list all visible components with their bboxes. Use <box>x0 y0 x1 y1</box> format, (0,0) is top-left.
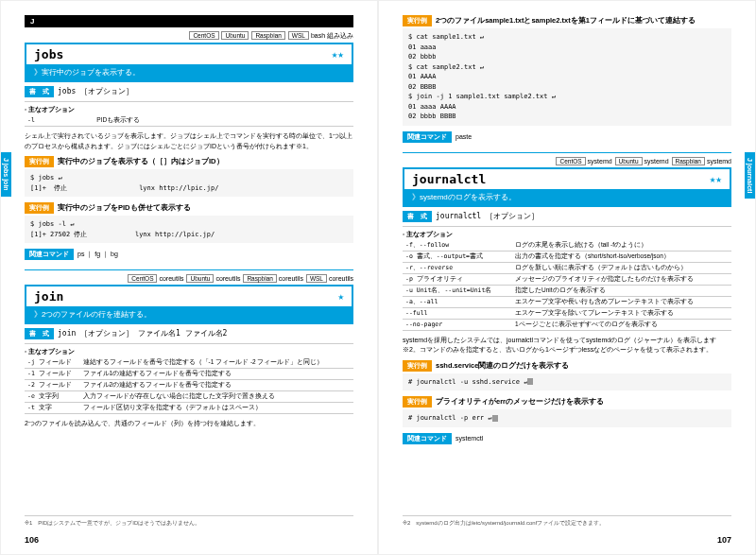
tag-suffix: coreutils <box>329 275 353 282</box>
options-table: -lPIDも表示する <box>25 115 353 127</box>
tag: WSL <box>306 274 327 283</box>
tag-suffix: coreutils <box>279 275 303 282</box>
body-text: 2つのファイルを読み込んで、共通のフィールド（列）を持つ行を連結します。 <box>25 419 353 429</box>
tag: Ubuntu <box>186 274 214 283</box>
example-label: 実行例 <box>25 156 54 167</box>
command-description: 》実行中のジョブを表示する。 <box>26 64 352 80</box>
side-tab-right: J journalctl <box>745 152 755 199</box>
example-block: $ jobs ↵ [1]+ 停止 lynx http://lpic.jp/ <box>25 169 353 197</box>
cmd-join-cont: 実行例2つのファイルsample1.txtとsample2.txtを第1フィール… <box>403 15 731 143</box>
page-number: 107 <box>717 535 731 545</box>
options-table: -f、--followログの末尾を表示し続ける（tail -fのように） -o … <box>403 240 731 331</box>
example-label: 実行例 <box>25 202 54 214</box>
related-label: 関連コマンド <box>403 433 452 444</box>
command-description: 》2つのファイルの行を連結する。 <box>26 306 352 322</box>
command-box: join★ 》2つのファイルの行を連結する。 <box>25 285 353 324</box>
example-block: # journalctl -p err ↵ <box>403 409 731 427</box>
tag: Raspbian <box>243 274 276 283</box>
example-title: 実行中のジョブをPIDも併せて表示する <box>58 203 191 212</box>
command-box: jobs★★ 》実行中のジョブを表示する。 <box>25 43 353 82</box>
syntax-label: 書 式 <box>25 328 54 339</box>
letter-heading: J <box>25 15 353 27</box>
cmd-jobs: CentOS Ubuntu Raspbian WSL bash 組み込み job… <box>25 31 353 260</box>
tag: CentOS <box>556 157 585 165</box>
tags-row: CentOS Ubuntu Raspbian WSL bash 組み込み <box>25 31 353 41</box>
tag-suffix: bash 組み込み <box>311 32 353 39</box>
command-name: join <box>34 289 63 304</box>
options-heading: ◦ 主なオプション <box>25 347 353 356</box>
related-label: 関連コマンド <box>403 131 452 143</box>
page-number: 106 <box>25 535 39 545</box>
tag: Raspbian <box>251 31 284 40</box>
syntax-text: jobs ［オプション］ <box>58 87 133 95</box>
tag-suffix: systemd <box>644 158 669 165</box>
command-name: jobs <box>34 47 63 61</box>
tag-suffix: systemd <box>588 158 612 165</box>
side-tab-left: J jobs join <box>1 152 11 197</box>
tag: Ubuntu <box>221 31 249 40</box>
options-table: -j フィールド連結するフィールドを番号で指定する（「-1 フィールド -2 フ… <box>25 357 353 414</box>
footnote: ※1 PIDはシステムで一意ですが、ジョブIDはそうではありません。 <box>25 515 353 528</box>
footnote: ※2 systemdのログ出力は/etc/systemd/journald.co… <box>403 515 731 528</box>
cursor-icon <box>492 415 498 422</box>
syntax-text: join ［オプション］ ファイル名1 ファイル名2 <box>58 329 227 338</box>
command-name: journalctl <box>412 172 486 186</box>
page-left: J jobs join J CentOS Ubuntu Raspbian WSL… <box>0 0 378 555</box>
example-block: $ cat sample1.txt ↵ 01 aaaa 02 bbbb $ ca… <box>403 28 731 126</box>
example-title: 2つのファイルsample1.txtとsample2.txtを第1フィールドに基… <box>436 16 696 25</box>
tag: Ubuntu <box>615 157 643 165</box>
tags-row: CentOS coreutils Ubuntu coreutils Raspbi… <box>25 274 353 283</box>
syntax-text: journalctl ［オプション］ <box>436 212 539 220</box>
options-heading: ◦ 主なオプション <box>25 105 353 114</box>
example-block: # journalctl -u sshd.service ↵ <box>403 373 731 391</box>
options-heading: ◦ 主なオプション <box>403 230 731 239</box>
star-rating: ★★ <box>710 173 722 185</box>
tag: CentOS <box>189 31 218 40</box>
command-box: journalctl★★ 》systemdのログを表示する。 <box>403 167 731 207</box>
tag: WSL <box>288 31 309 40</box>
star-rating: ★ <box>337 290 344 303</box>
example-title: 実行中のジョブを表示する（［］内はジョブID） <box>58 157 224 165</box>
tag: Raspbian <box>672 157 705 165</box>
example-label: 実行例 <box>403 396 432 408</box>
tag-suffix: coreutils <box>159 275 183 282</box>
syntax-label: 書 式 <box>25 86 54 97</box>
related-label: 関連コマンド <box>25 249 74 260</box>
cursor-icon <box>527 378 533 385</box>
related-commands: paste <box>455 133 472 140</box>
cmd-join: CentOS coreutils Ubuntu coreutils Raspbi… <box>25 274 353 429</box>
cmd-journalctl: CentOS systemd Ubuntu systemd Raspbian s… <box>403 157 731 444</box>
tag: CentOS <box>128 274 157 283</box>
tag-suffix: systemd <box>707 158 731 165</box>
related-commands: systemctl <box>455 435 483 442</box>
example-title: sshd.service関連のログだけを表示する <box>436 361 569 370</box>
tag-suffix: coreutils <box>215 275 240 282</box>
example-label: 実行例 <box>403 360 432 372</box>
syntax-label: 書 式 <box>403 211 432 222</box>
body-text: シェル上で実行されているジョブを表示します。ジョブはシェル上でコマンドを実行する… <box>25 131 353 151</box>
body-text: systemdを採用したシステムでは、journalctlコマンドを使ってsys… <box>403 336 731 356</box>
tags-row: CentOS systemd Ubuntu systemd Raspbian s… <box>403 157 731 165</box>
related-commands: ps ｜ fg ｜ bg <box>77 251 118 257</box>
star-rating: ★★ <box>332 48 344 61</box>
page-right: J journalctl 実行例2つのファイルsample1.txtとsampl… <box>378 0 756 555</box>
example-label: 実行例 <box>403 15 432 26</box>
command-description: 》systemdのログを表示する。 <box>404 189 730 205</box>
example-block: $ jobs -l ↵ [1]+ 27502 停止 lynx http://lp… <box>25 216 353 243</box>
example-title: プライオリティがerrのメッセージだけを表示する <box>436 397 604 406</box>
